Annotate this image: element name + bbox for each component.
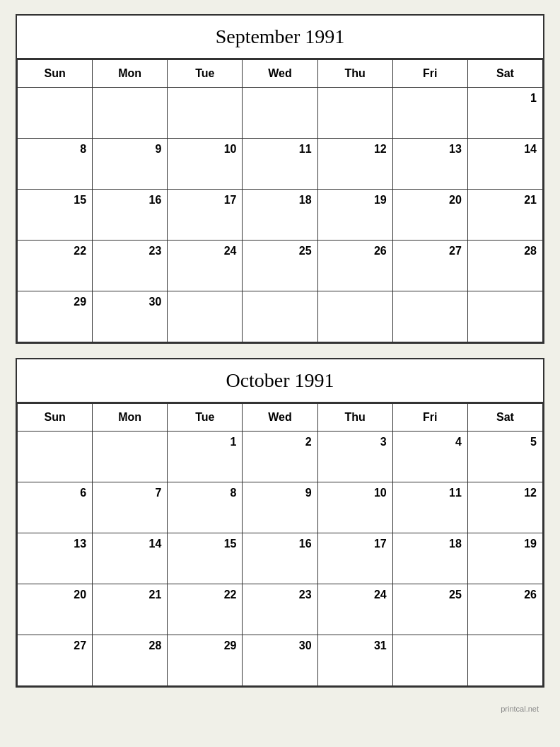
table-row: 13	[18, 533, 93, 584]
table-row	[243, 88, 317, 139]
oct-header-sun: Sun	[18, 404, 93, 432]
table-row: 28	[467, 241, 542, 291]
table-row: 13	[392, 139, 467, 190]
table-row: 30	[243, 635, 317, 686]
table-row: 6	[18, 482, 93, 533]
table-row: 20	[18, 584, 93, 635]
table-row: 27	[18, 635, 93, 686]
table-row: 18	[392, 533, 467, 584]
table-row: 18	[243, 190, 317, 241]
table-row: 9	[93, 139, 168, 190]
table-row: 4	[392, 432, 467, 482]
table-row: 19	[317, 190, 392, 241]
table-row: 29	[18, 291, 93, 342]
table-row: 10	[168, 139, 243, 190]
table-row: 9	[243, 482, 317, 533]
table-row: 3	[317, 432, 392, 482]
table-row	[243, 291, 317, 342]
sep-header-sun: Sun	[18, 60, 93, 88]
table-row	[168, 291, 243, 342]
sep-header-sat: Sat	[467, 60, 542, 88]
table-row: 23	[243, 584, 317, 635]
table-row: 16	[93, 190, 168, 241]
october-calendar: October 1991 Sun Mon Tue Wed Thu Fri Sat…	[16, 358, 544, 688]
table-row: 24	[317, 584, 392, 635]
table-row: 26	[317, 241, 392, 291]
table-row: 17	[168, 190, 243, 241]
table-row: 14	[93, 533, 168, 584]
table-row: 1	[168, 432, 243, 482]
table-row: 7	[93, 482, 168, 533]
table-row: 1	[467, 88, 542, 139]
table-row	[392, 635, 467, 686]
table-row	[467, 291, 542, 342]
table-row: 10	[317, 482, 392, 533]
table-row: 31	[317, 635, 392, 686]
table-row: 19	[467, 533, 542, 584]
table-row: 11	[392, 482, 467, 533]
table-row: 27	[392, 241, 467, 291]
oct-header-sat: Sat	[467, 404, 542, 432]
table-row: 12	[467, 482, 542, 533]
table-row	[467, 635, 542, 686]
table-row	[18, 432, 93, 482]
table-row	[317, 88, 392, 139]
table-row: 22	[18, 241, 93, 291]
table-row	[317, 291, 392, 342]
table-row	[93, 88, 168, 139]
oct-header-wed: Wed	[243, 404, 317, 432]
table-row: 17	[317, 533, 392, 584]
table-row: 8	[168, 482, 243, 533]
oct-header-tue: Tue	[168, 404, 243, 432]
table-row: 21	[467, 190, 542, 241]
table-row: 25	[392, 584, 467, 635]
october-title: October 1991	[17, 359, 543, 403]
table-row: 15	[18, 190, 93, 241]
table-row: 25	[243, 241, 317, 291]
table-row: 2	[243, 432, 317, 482]
table-row: 11	[243, 139, 317, 190]
table-row: 22	[168, 584, 243, 635]
september-title: September 1991	[17, 16, 543, 59]
table-row: 14	[467, 139, 542, 190]
oct-header-fri: Fri	[392, 404, 467, 432]
table-row	[93, 432, 168, 482]
table-row: 21	[93, 584, 168, 635]
sep-header-wed: Wed	[243, 60, 317, 88]
table-row: 8	[18, 139, 93, 190]
table-row	[392, 291, 467, 342]
table-row	[168, 88, 243, 139]
table-row: 5	[467, 432, 542, 482]
sep-header-thu: Thu	[317, 60, 392, 88]
table-row	[18, 88, 93, 139]
table-row: 30	[93, 291, 168, 342]
sep-header-fri: Fri	[392, 60, 467, 88]
table-row: 20	[392, 190, 467, 241]
table-row: 29	[168, 635, 243, 686]
sep-header-mon: Mon	[93, 60, 168, 88]
oct-header-mon: Mon	[93, 404, 168, 432]
watermark: printcal.net	[16, 702, 544, 716]
table-row: 24	[168, 241, 243, 291]
september-calendar: September 1991 Sun Mon Tue Wed Thu Fri S…	[16, 14, 544, 344]
oct-header-thu: Thu	[317, 404, 392, 432]
table-row: 23	[93, 241, 168, 291]
table-row	[392, 88, 467, 139]
table-row: 28	[93, 635, 168, 686]
table-row: 16	[243, 533, 317, 584]
table-row: 12	[317, 139, 392, 190]
table-row: 26	[467, 584, 542, 635]
sep-header-tue: Tue	[168, 60, 243, 88]
table-row: 15	[168, 533, 243, 584]
